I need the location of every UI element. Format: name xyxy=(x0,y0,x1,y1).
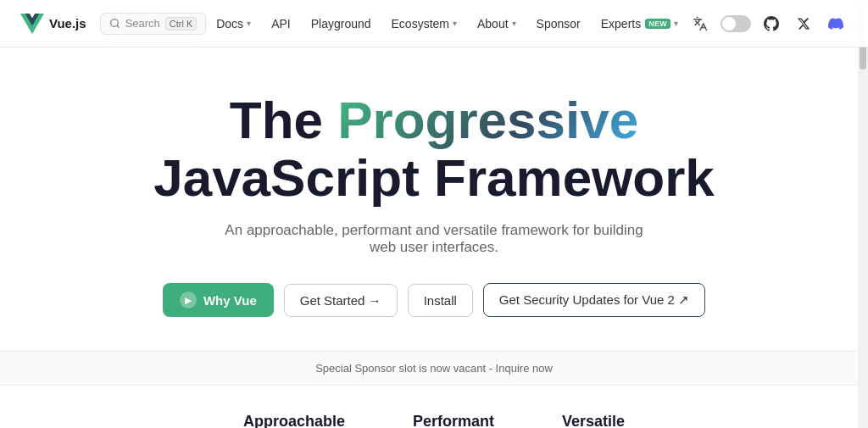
search-box[interactable]: Search Ctrl K xyxy=(100,13,207,35)
logo[interactable]: Vue.js xyxy=(20,12,86,36)
translate-icon[interactable] xyxy=(688,12,712,36)
twitter-x-icon[interactable] xyxy=(792,12,815,36)
nav-about[interactable]: About ▾ xyxy=(469,12,525,36)
hero-subtitle: An approachable, performant and versatil… xyxy=(214,222,654,256)
github-icon[interactable] xyxy=(760,12,783,36)
hero-title: The Progressive JavaScript Framework xyxy=(153,92,715,222)
discord-icon[interactable] xyxy=(824,12,848,36)
feature-approachable-title: Approachable xyxy=(243,413,345,428)
navbar-center: Docs ▾ API Playground Ecosystem ▾ About … xyxy=(208,12,687,36)
nav-experts[interactable]: Experts NEW ▾ xyxy=(593,12,687,36)
features-section: Approachable Performant Versatile xyxy=(0,386,868,428)
search-icon xyxy=(109,18,120,29)
feature-versatile-title: Versatile xyxy=(562,413,625,428)
hero-title-line1: The Progressive xyxy=(153,92,715,149)
sponsor-text: Special Sponsor slot is now vacant - Inq… xyxy=(315,362,553,375)
nav-docs[interactable]: Docs ▾ xyxy=(208,12,259,36)
navbar-right xyxy=(688,12,848,36)
feature-performant: Performant xyxy=(413,413,494,428)
hero-section: The Progressive JavaScript Framework An … xyxy=(0,47,868,428)
search-shortcut: Ctrl K xyxy=(165,17,198,31)
nav-ecosystem[interactable]: Ecosystem ▾ xyxy=(383,12,465,36)
hero-title-plain: The xyxy=(230,91,337,149)
navbar: Vue.js Search Ctrl K Docs ▾ API Playgrou… xyxy=(0,0,868,47)
search-placeholder: Search xyxy=(125,17,160,30)
vue-logo-icon xyxy=(20,12,44,36)
navbar-left: Vue.js Search Ctrl K xyxy=(20,12,206,36)
chevron-down-icon: ▾ xyxy=(453,19,457,28)
logo-text: Vue.js xyxy=(49,16,86,31)
security-updates-button[interactable]: Get Security Updates for Vue 2 ↗ xyxy=(483,283,705,317)
nav-playground[interactable]: Playground xyxy=(303,12,380,36)
install-button[interactable]: Install xyxy=(408,284,473,317)
hero-title-gradient: Progressive xyxy=(337,91,638,149)
feature-performant-title: Performant xyxy=(413,413,494,428)
hero-buttons: ▶ Why Vue Get Started → Install Get Secu… xyxy=(163,283,705,317)
svg-line-1 xyxy=(117,25,119,27)
sponsor-banner[interactable]: Special Sponsor slot is now vacant - Inq… xyxy=(0,351,868,386)
feature-versatile: Versatile xyxy=(562,413,625,428)
play-icon: ▶ xyxy=(180,292,197,308)
hero-content: The Progressive JavaScript Framework An … xyxy=(0,47,868,351)
nav-api[interactable]: API xyxy=(263,12,299,36)
chevron-down-icon: ▾ xyxy=(247,19,251,28)
scrollbar-track xyxy=(858,0,868,428)
hero-title-line2: JavaScript Framework xyxy=(153,149,715,207)
why-vue-button[interactable]: ▶ Why Vue xyxy=(163,283,274,317)
feature-approachable: Approachable xyxy=(243,413,345,428)
theme-toggle[interactable] xyxy=(721,15,751,32)
nav-sponsor[interactable]: Sponsor xyxy=(528,12,589,36)
experts-badge: NEW xyxy=(645,19,670,29)
get-started-button[interactable]: Get Started → xyxy=(284,284,398,317)
chevron-down-icon: ▾ xyxy=(674,19,678,28)
chevron-down-icon: ▾ xyxy=(512,19,516,28)
